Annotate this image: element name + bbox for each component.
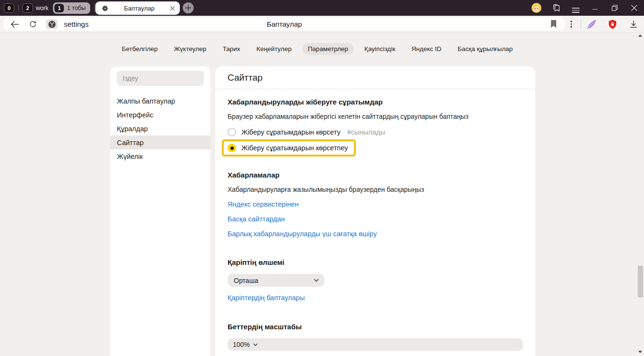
new-tab-button[interactable] xyxy=(183,2,194,13)
nav-tab-downloads[interactable]: Жүктеулер xyxy=(169,43,212,55)
menu-icon[interactable] xyxy=(566,0,585,16)
reload-icon[interactable] xyxy=(29,20,37,29)
scrollbar-up-arrow[interactable] xyxy=(638,34,642,37)
radio-option-show-requests[interactable]: Жіберу сұратымдарын көрсету Ұсынылады xyxy=(228,128,523,136)
chevron-down-icon xyxy=(253,343,258,346)
gear-icon xyxy=(102,5,109,12)
font-size-select[interactable]: Орташа xyxy=(228,274,324,287)
minimize-button[interactable] xyxy=(585,0,605,16)
close-window-button[interactable] xyxy=(624,0,644,16)
section-heading-notifications: Хабарламалар xyxy=(228,171,523,179)
radio-label: Жіберу сұратымдарын көрсетпеу xyxy=(241,144,348,152)
section-heading-notification-requests: Хабарландыруларды жіберуге сұратымдар xyxy=(228,98,523,106)
settings-sidebar: Жалпы баптаулар Интерфейс Құралдар Сайтт… xyxy=(110,66,210,356)
address-row: settings Баптаулар xyxy=(0,16,644,32)
address-bar[interactable]: settings Баптаулар xyxy=(4,18,565,31)
workspace-active[interactable]: 1 1 тобы xyxy=(53,2,90,14)
section-description: Браузер хабарламаларын жібергісі келетін… xyxy=(228,113,523,120)
section-heading-page-zoom: Беттердің масштабы xyxy=(228,323,523,331)
workspace-badge[interactable]: 0 xyxy=(4,3,14,13)
scrollbar-down-arrow[interactable] xyxy=(638,351,642,353)
chevron-down-icon xyxy=(314,279,319,282)
section-heading-font-size: Қаріптің өлшемі xyxy=(228,258,523,266)
kebab-menu-icon[interactable] xyxy=(571,20,572,29)
page-zoom-select[interactable]: 100% xyxy=(228,338,523,351)
plus-icon xyxy=(185,5,191,11)
settings-nav: Бетбелгілер Жүктеулер Тарих Кеңейтулер П… xyxy=(0,43,634,55)
back-icon[interactable] xyxy=(10,21,19,28)
workspace-label: 1 тобы xyxy=(67,5,85,11)
scrollbar-thumb[interactable] xyxy=(638,266,643,297)
tab-close-icon[interactable] xyxy=(170,6,175,11)
link-font-settings[interactable]: Қаріптердің баптаулары xyxy=(228,294,305,302)
sidebar-item-general[interactable]: Жалпы баптаулар xyxy=(110,94,210,108)
nav-tab-other-devices[interactable]: Басқа құрылғылар xyxy=(452,43,518,55)
url-text[interactable]: settings xyxy=(64,20,89,28)
recommended-badge: Ұсынылады xyxy=(347,128,385,136)
side-panels-icon[interactable] xyxy=(546,0,566,16)
workspace-switcher: 0 2 work 1 1 тобы xyxy=(4,0,107,16)
tab-title: Баптаулар xyxy=(109,5,170,12)
nav-tab-history[interactable]: Тарих xyxy=(218,43,246,55)
window-titlebar: 0 2 work 1 1 тобы Баптаулар xyxy=(0,0,644,16)
select-value: 100% xyxy=(233,341,250,348)
sidebar-item-interface[interactable]: Интерфейс xyxy=(110,108,210,122)
feather-extension-icon[interactable] xyxy=(581,19,602,30)
radio-unselected-icon[interactable] xyxy=(228,128,236,136)
select-value: Орташа xyxy=(234,277,258,284)
workspace-label[interactable]: work xyxy=(36,5,48,11)
protect-shield-icon[interactable] xyxy=(602,19,623,30)
nav-tab-settings[interactable]: Параметрлер xyxy=(302,43,353,55)
profile-avatar[interactable] xyxy=(527,0,546,16)
nav-tab-extensions[interactable]: Кеңейтулер xyxy=(251,43,297,55)
browser-tab-active[interactable]: Баптаулар xyxy=(95,1,180,15)
highlight-annotation-box: Жіберу сұратымдарын көрсетпеу xyxy=(222,139,356,157)
workspace-badge: 1 xyxy=(54,4,64,12)
nav-tab-yandex-id[interactable]: Яндекс ID xyxy=(406,43,447,55)
bookmark-icon[interactable] xyxy=(551,20,557,28)
sidebar-item-system[interactable]: Жүйелік xyxy=(110,149,210,163)
radio-option-hide-requests[interactable]: Жіберу сұратымдарын көрсетпеу xyxy=(228,144,348,152)
downloads-icon[interactable] xyxy=(623,20,644,29)
link-yandex-services[interactable]: Яндекс сервистерінен xyxy=(228,200,299,208)
divider xyxy=(18,5,19,11)
maximize-button[interactable] xyxy=(605,0,624,16)
nav-tab-security[interactable]: Қауіпсіздік xyxy=(359,43,401,55)
link-mute-all-3h[interactable]: Барлық хабарландыруларды үш сағатқа өшір… xyxy=(228,230,377,238)
settings-main-panel: Сайттар Хабарландыруларды жіберуге сұрат… xyxy=(215,66,535,356)
site-identity-badge[interactable] xyxy=(46,19,58,29)
link-other-sites[interactable]: Басқа сайттардан xyxy=(228,215,285,223)
nav-tab-bookmarks[interactable]: Бетбелгілер xyxy=(116,43,163,55)
radio-selected-icon[interactable] xyxy=(228,144,236,152)
radio-label: Жіберу сұратымдарын көрсету xyxy=(241,128,341,136)
sidebar-item-tools[interactable]: Құралдар xyxy=(110,122,210,136)
search-input[interactable] xyxy=(117,71,204,86)
workspace-badge[interactable]: 2 xyxy=(22,3,33,13)
section-description: Хабарландыруларға жазылымыңызды браузерд… xyxy=(228,186,523,193)
sidebar-item-sites[interactable]: Сайттар xyxy=(110,136,210,149)
page-title: Сайттар xyxy=(215,66,535,89)
